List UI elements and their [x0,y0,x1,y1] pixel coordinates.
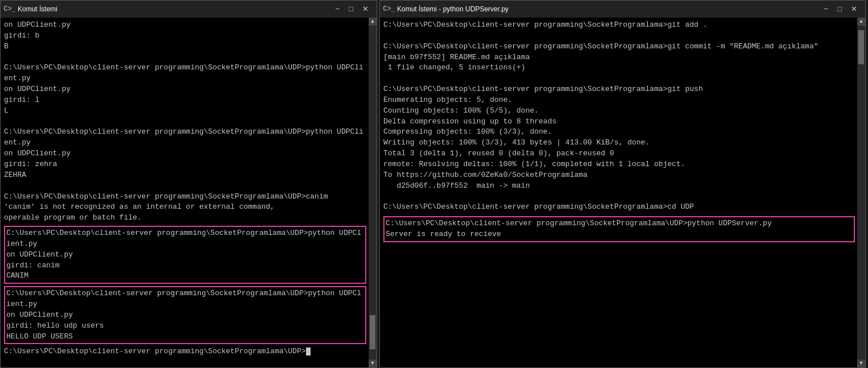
left-close-btn[interactable]: ✕ [359,3,372,15]
right-close-btn[interactable]: ✕ [848,3,861,15]
left-scroll-up[interactable]: ▲ [369,18,377,26]
right-title-text: Komut İstemi - python UDPServer.py [397,5,817,13]
left-minimize-btn[interactable]: − [332,3,344,15]
left-terminal-body[interactable]: on UDPClient.py girdi: b B C:\Users\PC\D… [1,18,377,367]
right-cmd-icon: C>_ [385,5,394,14]
left-terminal-highlighted2: C:\Users\PC\Desktop\client-server progra… [4,286,366,344]
left-terminal-content-top: on UDPClient.py girdi: b B C:\Users\PC\D… [4,20,366,224]
left-scroll-thumb[interactable] [370,315,375,349]
left-scrollbar[interactable]: ▲ ▼ [369,18,377,367]
left-title-bar: C>_ Komut İstemi − □ ✕ [1,1,377,18]
left-highlight-block-1: C:\Users\PC\Desktop\client-server progra… [4,226,366,284]
left-terminal-highlighted1: C:\Users\PC\Desktop\client-server progra… [4,226,366,284]
right-terminal-content: C:\Users\PC\Desktop\client-server progra… [383,20,855,213]
left-terminal-footer: C:\Users\PC\Desktop\client-server progra… [4,346,366,357]
right-scroll-down[interactable]: ▼ [857,359,865,367]
right-title-bar: C>_ Komut İstemi - python UDPServer.py −… [380,1,865,18]
right-highlight-block: C:\Users\PC\Desktop\client-server progra… [383,216,855,242]
right-terminal-window: C>_ Komut İstemi - python UDPServer.py −… [379,0,866,368]
right-maximize-btn[interactable]: □ [834,3,845,15]
left-terminal-window: C>_ Komut İstemi − □ ✕ on UDPClient.py g… [0,0,377,368]
right-terminal-highlighted: C:\Users\PC\Desktop\client-server progra… [383,216,855,242]
left-maximize-btn[interactable]: □ [345,3,357,15]
right-scroll-up[interactable]: ▲ [857,18,865,26]
left-title-text: Komut İstemi [18,5,329,13]
right-scrollbar[interactable]: ▲ ▼ [857,18,865,367]
right-title-controls: − □ ✕ [821,3,861,15]
left-highlight-block-2: C:\Users\PC\Desktop\client-server progra… [4,286,366,344]
left-scroll-down[interactable]: ▼ [369,359,377,367]
right-minimize-btn[interactable]: − [821,3,832,15]
left-cmd-icon: C>_ [5,5,14,14]
right-terminal-body[interactable]: C:\Users\PC\Desktop\client-server progra… [380,18,865,367]
right-scroll-thumb[interactable] [858,30,864,64]
left-title-controls: − □ ✕ [332,3,372,15]
left-cursor [306,348,311,355]
